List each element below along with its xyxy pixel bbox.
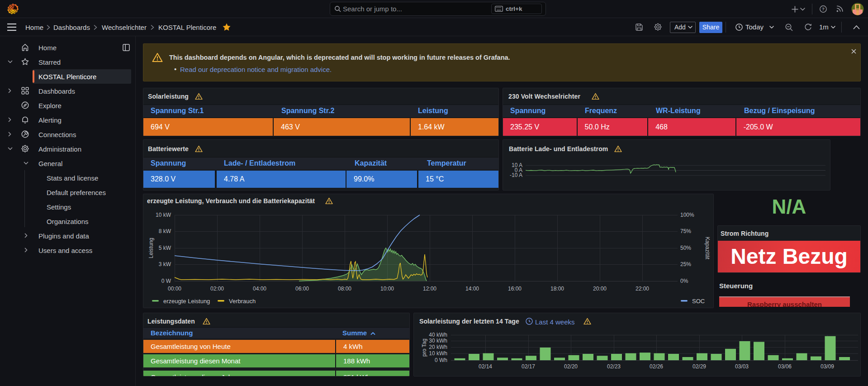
svg-text:03/09: 03/09 xyxy=(821,363,834,370)
svg-text:08:00: 08:00 xyxy=(338,286,351,292)
svg-text:10 kW: 10 kW xyxy=(156,212,171,218)
svg-text:16:00: 16:00 xyxy=(508,286,522,292)
svg-text:50%: 50% xyxy=(680,245,691,251)
svg-text:Verbrauch: Verbrauch xyxy=(229,298,256,305)
svg-text:?: ? xyxy=(822,6,825,11)
svg-text:20:00: 20:00 xyxy=(593,286,607,292)
svg-text:0 Wh: 0 Wh xyxy=(435,357,447,363)
svg-text:10:00: 10:00 xyxy=(380,286,394,292)
svg-text:00:00: 00:00 xyxy=(168,286,181,292)
svg-text:02/20: 02/20 xyxy=(564,363,578,370)
svg-text:02:00: 02:00 xyxy=(210,286,224,292)
svg-text:22:00: 22:00 xyxy=(636,286,649,292)
svg-text:-10 A: -10 A xyxy=(510,172,522,178)
svg-text:02/14: 02/14 xyxy=(479,363,492,370)
svg-text:30 kWh: 30 kWh xyxy=(429,338,447,344)
svg-text:02/26: 02/26 xyxy=(650,363,663,370)
svg-text:12:00: 12:00 xyxy=(423,286,436,292)
svg-text:02/17: 02/17 xyxy=(522,363,535,370)
svg-text:40 kWh: 40 kWh xyxy=(429,332,447,338)
svg-text:10 kWh: 10 kWh xyxy=(429,350,447,357)
svg-text:03/03: 03/03 xyxy=(735,363,749,370)
svg-text:25%: 25% xyxy=(680,261,691,267)
svg-text:75%: 75% xyxy=(680,228,691,234)
svg-text:Leistung: Leistung xyxy=(148,238,154,258)
svg-text:03/06: 03/06 xyxy=(778,363,792,370)
svg-text:0%: 0% xyxy=(680,278,688,284)
svg-text:06:00: 06:00 xyxy=(295,286,309,292)
svg-text:erzeugte Leistung: erzeugte Leistung xyxy=(163,298,210,305)
svg-text:100%: 100% xyxy=(680,212,694,218)
svg-text:pro Tag: pro Tag xyxy=(421,338,427,357)
svg-text:8 kW: 8 kW xyxy=(159,228,171,234)
svg-text:20 kWh: 20 kWh xyxy=(429,344,447,350)
svg-text:SOC: SOC xyxy=(692,298,705,305)
svg-text:3 kW: 3 kW xyxy=(159,261,171,267)
svg-text:02/23: 02/23 xyxy=(607,363,621,370)
svg-text:14:00: 14:00 xyxy=(465,286,479,292)
svg-text:5 kW: 5 kW xyxy=(159,245,171,251)
svg-text:Kapazität: Kapazität xyxy=(704,237,711,260)
svg-text:04:00: 04:00 xyxy=(253,286,266,292)
svg-text:18:00: 18:00 xyxy=(550,286,564,292)
svg-text:0 W: 0 W xyxy=(161,278,171,284)
svg-text:02/29: 02/29 xyxy=(693,363,706,370)
